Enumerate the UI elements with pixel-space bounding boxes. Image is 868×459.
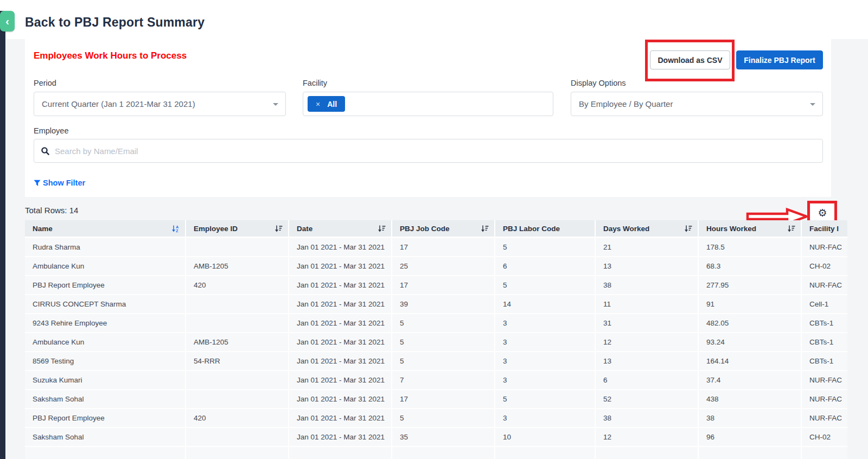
cell: 10 [495,428,596,447]
panel-heading: Employees Work Hours to Process [34,50,187,61]
cell: 420 [186,409,289,428]
cell: 91 [699,295,802,314]
cell [802,447,847,459]
column-header-employee-id[interactable]: Employee ID [186,220,289,238]
cell: NUR-FAC [802,371,847,390]
column-label: PBJ Job Code [400,225,450,233]
facility-chip-label: All [327,100,337,109]
cell [186,447,289,459]
cell: Saksham Sohal [25,390,186,409]
cell: 164.14 [699,352,802,371]
cell: 21 [596,238,699,257]
cell: CBTs-1 [802,314,847,333]
employee-label: Employee [34,126,68,135]
cell [186,295,289,314]
cell: Jan 01 2021 - Mar 31 2021 [289,257,392,276]
sort-amount-down-icon[interactable] [787,225,795,233]
display-options-value: By Employee / By Quarter [579,99,673,109]
cell: 5 [392,409,495,428]
cell: 11 [596,295,699,314]
column-header-date[interactable]: Date [289,220,392,238]
table-settings-gear-button[interactable]: ⚙ [813,204,832,221]
column-header-hours-worked[interactable]: Hours Worked [699,220,802,238]
cell: Suzuka Kumari [25,371,186,390]
period-select[interactable]: Current Quarter (Jan 1 2021-Mar 31 2021) [34,92,286,116]
cell: 5 [392,333,495,352]
table-header-row: NameAZEmployee IDDatePBJ Job CodePBJ Lab… [25,220,847,238]
table-row: Ambulance KunAMB-1205Jan 01 2021 - Mar 3… [25,257,847,276]
cell: 12 [596,428,699,447]
employee-search-input[interactable] [55,146,816,156]
cell: 7 [392,371,495,390]
work-hours-table: NameAZEmployee IDDatePBJ Job CodePBJ Lab… [25,220,847,459]
cell: 54-RRR [186,352,289,371]
cell: 68.3 [699,257,802,276]
cell: 17 [392,238,495,257]
cell: 17 [392,390,495,409]
cell [186,371,289,390]
cell [186,428,289,447]
show-filter-link[interactable]: Show Filter [34,178,85,187]
facility-chip-all[interactable]: × All [308,96,345,112]
remove-chip-icon[interactable]: × [316,100,320,109]
table-row: 9243 Rehire EmployeeJan 01 2021 - Mar 31… [25,314,847,333]
sort-alpha-down-icon[interactable]: AZ [171,225,180,233]
column-label: Name [33,225,53,233]
filter-funnel-icon [34,180,41,187]
column-label: Days Worked [603,225,649,233]
column-header-facility-i[interactable]: Facility I [802,220,847,238]
cell: 35 [392,428,495,447]
cell: Rudra Sharma [25,238,186,257]
table-row-partial [25,447,847,459]
column-header-pbj-labor-code[interactable]: PBJ Labor Code [495,220,596,238]
cell: Jan 01 2021 - Mar 31 2021 [289,352,392,371]
cell: 39 [392,295,495,314]
download-csv-button[interactable]: Download as CSV [650,50,730,69]
cell: AMB-1205 [186,257,289,276]
cell: PBJ Report Employee [25,409,186,428]
cell: Saksham Sohal [25,428,186,447]
employee-search-box [34,139,823,163]
column-header-days-worked[interactable]: Days Worked [596,220,699,238]
column-header-pbj-job-code[interactable]: PBJ Job Code [392,220,495,238]
sort-amount-down-icon[interactable] [378,225,386,233]
cell: Jan 01 2021 - Mar 31 2021 [289,428,392,447]
table-row: Saksham SohalJan 01 2021 - Mar 31 202117… [25,390,847,409]
facility-multiselect[interactable]: × All [303,92,553,116]
cell: 52 [596,390,699,409]
sort-amount-down-icon[interactable] [275,225,283,233]
cell: 25 [392,257,495,276]
cell: 31 [596,314,699,333]
search-icon [41,146,50,156]
back-button[interactable]: ‹ [0,11,15,31]
cell: 5 [495,390,596,409]
cell: NUR-FAC [802,390,847,409]
cell: 93.24 [699,333,802,352]
display-options-select[interactable]: By Employee / By Quarter [571,92,823,116]
cell: CBTs-1 [802,333,847,352]
work-hours-panel: Employees Work Hours to Process Download… [25,39,831,197]
cell: Jan 01 2021 - Mar 31 2021 [289,409,392,428]
cell: 3 [495,352,596,371]
column-label: Employee ID [194,225,238,233]
table-row: PBJ Report Employee420Jan 01 2021 - Mar … [25,409,847,428]
cell: CIRRUS CONCEPT Sharma [25,295,186,314]
cell: Cell-1 [802,295,847,314]
column-label: Hours Worked [706,225,756,233]
sort-amount-down-icon[interactable] [684,225,692,233]
cell [596,447,699,459]
column-header-name[interactable]: NameAZ [25,220,186,238]
cell: NUR-FAC [802,409,847,428]
cell: Jan 01 2021 - Mar 31 2021 [289,238,392,257]
cell: NUR-FAC [802,238,847,257]
cell: 438 [699,390,802,409]
cell: 3 [495,409,596,428]
finalize-pbj-report-button[interactable]: Finalize PBJ Report [736,50,823,69]
cell: NUR-FAC [802,276,847,295]
cell: 3 [495,333,596,352]
sort-amount-down-icon[interactable] [481,225,489,233]
table-row: Suzuka KumariJan 01 2021 - Mar 31 202173… [25,371,847,390]
cell [699,447,802,459]
cell: 5 [495,238,596,257]
cell [495,447,596,459]
